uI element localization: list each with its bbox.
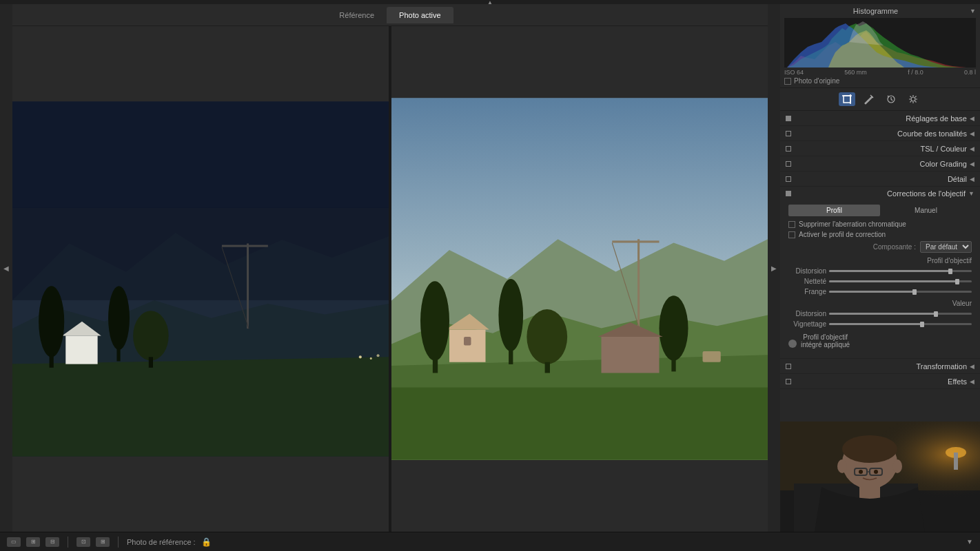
panel-effets[interactable]: Effets ◀ — [780, 374, 980, 389]
photo-origine-checkbox[interactable] — [784, 78, 791, 85]
panel-courbe[interactable]: Courbe des tonalités ◀ — [780, 126, 980, 141]
svg-rect-13 — [149, 357, 153, 367]
slider-distorsion2-fill — [829, 313, 936, 315]
panel-toggle-transformation[interactable] — [786, 364, 791, 369]
photo-right-svg — [391, 26, 768, 532]
panel-label-color-grading: Color Grading — [920, 160, 967, 168]
histogram-exp: 0.8 l — [964, 69, 976, 76]
svg-rect-39 — [612, 240, 659, 242]
svg-point-66 — [874, 470, 878, 474]
valeur-section: Valeur — [788, 300, 972, 307]
slider-vignettage-thumb[interactable] — [920, 322, 924, 327]
corrections-arrow: ▼ — [968, 190, 974, 197]
panel-reglages-base[interactable]: Réglages de base ◀ — [780, 111, 980, 126]
panel-toggle-detail[interactable] — [786, 176, 791, 182]
panel-transformation[interactable]: Transformation ◀ — [780, 359, 980, 374]
tool-pen[interactable] — [861, 92, 877, 106]
slider-distorsion-fill — [829, 270, 950, 272]
svg-point-12 — [133, 311, 169, 360]
svg-rect-33 — [509, 350, 513, 364]
photo-panel-right — [391, 26, 768, 532]
svg-point-63 — [892, 459, 902, 473]
slider-frange-thumb[interactable] — [912, 289, 917, 295]
slider-distorsion2-track[interactable] — [829, 313, 972, 315]
webcam-area — [780, 422, 980, 532]
svg-point-30 — [420, 281, 449, 361]
svg-rect-20 — [12, 101, 389, 208]
panel-toggle-color-grading[interactable] — [786, 161, 791, 167]
tab-reference[interactable]: Référence — [327, 7, 387, 23]
slider-distorsion2-row: Distorsion — [788, 310, 972, 318]
panel-label-tsl: TSL / Couleur — [921, 145, 967, 153]
panel-toggle-reglages[interactable] — [786, 116, 791, 121]
panel-arrow-tsl: ◀ — [970, 145, 974, 152]
activer-profil-row: Activer le profil de correction — [788, 231, 972, 238]
slider-frange-fill — [829, 291, 915, 293]
zoom-icon[interactable]: ⊡ — [76, 537, 90, 547]
left-panel-toggle[interactable]: ◀ — [0, 4, 12, 532]
slider-frange-track[interactable] — [829, 291, 972, 293]
histogram-iso: ISO 64 — [784, 69, 804, 76]
svg-rect-41 — [602, 337, 660, 373]
aberration-checkbox[interactable] — [788, 221, 795, 228]
tab-manuel[interactable]: Manuel — [880, 205, 972, 216]
profil-section-title: Profil d'objectif — [788, 257, 972, 264]
corrections-toggle[interactable] — [786, 191, 791, 196]
composante-label: Composante : — [873, 243, 916, 251]
view-single-icon[interactable]: ▭ — [7, 537, 21, 547]
slider-vignettage-track[interactable] — [829, 323, 972, 325]
panel-arrow-transformation: ◀ — [970, 363, 974, 370]
tool-icons-row — [780, 88, 980, 111]
panel-toggle-courbe[interactable] — [786, 131, 791, 136]
panel-toggle-tsl[interactable] — [786, 146, 791, 152]
aberration-label: Supprimer l'aberration chromatique — [799, 220, 906, 228]
svg-point-62 — [837, 459, 847, 473]
histogram-f: f / 8.0 — [908, 69, 923, 76]
slider-nettete-track[interactable] — [829, 280, 972, 282]
panel-arrow-effets: ◀ — [970, 378, 974, 385]
slider-distorsion-track[interactable] — [829, 270, 972, 272]
svg-rect-15 — [222, 245, 268, 247]
histogram-mm: 560 mm — [844, 69, 867, 76]
bottom-divider — [68, 537, 68, 548]
profil-badge-icon — [788, 340, 797, 348]
svg-rect-64 — [859, 485, 880, 499]
svg-rect-43 — [703, 351, 721, 362]
tool-settings[interactable] — [905, 92, 921, 106]
slider-distorsion-thumb[interactable] — [948, 269, 952, 274]
svg-point-50 — [911, 97, 915, 101]
panel-detail[interactable]: Détail ◀ — [780, 171, 980, 187]
svg-rect-37 — [671, 359, 675, 372]
tool-crop[interactable] — [839, 92, 855, 106]
slider-frange-label: Frange — [788, 288, 826, 295]
view-grid-icon[interactable]: ⊞ — [26, 537, 40, 547]
slider-distorsion-row: Distorsion — [788, 267, 972, 275]
svg-point-19 — [376, 354, 379, 357]
tool-history[interactable] — [883, 92, 899, 106]
sidebar: Histogramme ▼ — [780, 4, 980, 532]
photos-area — [12, 26, 768, 532]
left-arrow-icon: ◀ — [3, 264, 9, 272]
panel-color-grading[interactable]: Color Grading ◀ — [780, 156, 980, 171]
view-compare-icon[interactable]: ⊟ — [45, 537, 59, 547]
activer-profil-checkbox[interactable] — [788, 231, 795, 238]
panel-label-reglages: Réglages de base — [906, 114, 967, 123]
svg-point-18 — [370, 357, 372, 360]
tab-profil[interactable]: Profil — [788, 205, 880, 216]
slider-vignettage-label: Vignettage — [788, 320, 826, 328]
bottom-bar: ▭ ⊞ ⊟ ⊡ ⊞ Photo de référence : 🔒 ▼ — [0, 532, 980, 551]
bottom-arrow-down[interactable]: ▼ — [966, 538, 973, 545]
photo-reference-label: Photo de référence : — [127, 538, 196, 546]
lock-icon[interactable]: 🔒 — [201, 537, 212, 547]
composante-select[interactable]: Par défaut — [920, 241, 972, 253]
webcam-svg — [780, 422, 980, 532]
panel-toggle-effets[interactable] — [786, 379, 791, 384]
right-panel-toggle[interactable]: ▶ — [768, 4, 780, 532]
slider-nettete-thumb[interactable] — [955, 279, 959, 284]
tab-photo-active[interactable]: Photo active — [387, 7, 453, 23]
slider-distorsion2-thumb[interactable] — [934, 311, 938, 317]
corrections-header[interactable]: Corrections de l'objectif ▼ — [780, 187, 980, 200]
zoom2-icon[interactable]: ⊞ — [96, 537, 110, 547]
histogram-arrow[interactable]: ▼ — [970, 8, 976, 14]
panel-tsl[interactable]: TSL / Couleur ◀ — [780, 141, 980, 156]
